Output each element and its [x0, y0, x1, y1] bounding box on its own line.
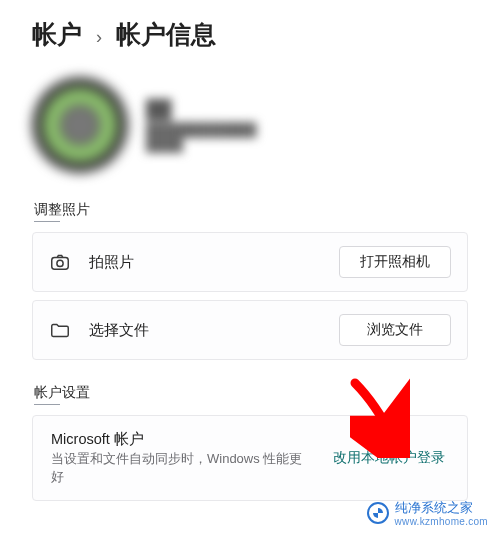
page-title: 帐户信息 — [116, 18, 216, 51]
ms-account-desc: 当设置和文件自动同步时，Windows 性能更好 — [51, 450, 311, 486]
watermark-logo-icon — [367, 502, 389, 524]
card-take-photo-label: 拍照片 — [89, 253, 321, 272]
chevron-right-icon: › — [96, 27, 102, 48]
card-take-photo: 拍照片 打开照相机 — [32, 232, 468, 292]
breadcrumb: 帐户 › 帐户信息 — [32, 18, 468, 51]
breadcrumb-parent[interactable]: 帐户 — [32, 18, 82, 51]
svg-point-1 — [57, 260, 63, 266]
account-settings-group: Microsoft 帐户 当设置和文件自动同步时，Windows 性能更好 改用… — [32, 415, 468, 501]
profile-subtitle-1: ████████████ — [146, 122, 257, 137]
profile-header: ██ ████████████ ████ — [32, 77, 468, 173]
svg-rect-0 — [52, 257, 69, 269]
profile-info: ██ ████████████ ████ — [146, 99, 257, 152]
card-choose-file-label: 选择文件 — [89, 321, 321, 340]
avatar — [32, 77, 128, 173]
watermark: 纯净系统之家 www.kzmhome.com — [367, 499, 488, 527]
browse-files-button[interactable]: 浏览文件 — [339, 314, 451, 346]
adjust-photo-group: 拍照片 打开照相机 选择文件 浏览文件 — [32, 232, 468, 360]
camera-icon — [49, 251, 71, 273]
open-camera-button[interactable]: 打开照相机 — [339, 246, 451, 278]
section-label-account-settings: 帐户设置 — [34, 384, 466, 405]
folder-icon — [49, 319, 71, 341]
profile-subtitle-2: ████ — [146, 137, 257, 152]
ms-account-title: Microsoft 帐户 — [51, 430, 311, 449]
profile-display-name: ██ — [146, 99, 257, 120]
section-label-adjust-photo: 调整照片 — [34, 201, 466, 222]
switch-to-local-account-link[interactable]: 改用本地帐户登录 — [329, 443, 449, 473]
watermark-title: 纯净系统之家 — [395, 500, 473, 515]
card-choose-file: 选择文件 浏览文件 — [32, 300, 468, 360]
card-ms-account: Microsoft 帐户 当设置和文件自动同步时，Windows 性能更好 改用… — [32, 415, 468, 501]
watermark-url: www.kzmhome.com — [395, 517, 488, 527]
